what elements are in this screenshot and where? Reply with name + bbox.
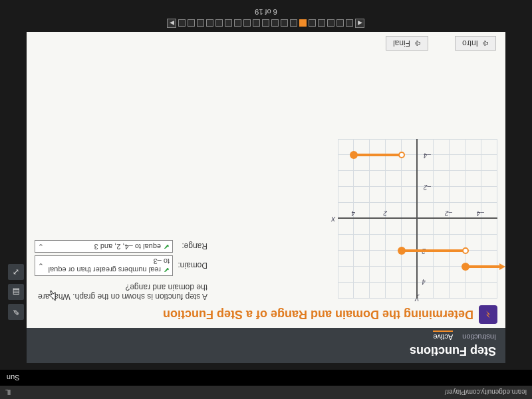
progress-text: 6 of 19 [255,8,277,16]
arrow-left-icon [499,263,505,270]
progress-box[interactable] [263,20,270,27]
final-audio-button[interactable]: Final [386,36,428,51]
intro-audio-button[interactable]: Intro [455,36,496,51]
chevron-down-icon: ⌄ [38,261,44,270]
app-header-right: Sun [7,374,20,382]
lesson-topbar: Step Functions Instruction Active [27,328,505,363]
intro-audio-label: Intro [462,39,478,48]
domain-value: real numbers greater than or equal to –3 [49,257,170,274]
audio-row: Intro Final [27,32,505,55]
domain-label: Domain: [173,261,207,271]
progress-box[interactable] [179,20,186,27]
closed-point-2 [398,247,406,255]
step-segment-3 [354,154,402,156]
progress-box-current[interactable] [300,20,307,27]
browser-right-hint: IL [5,389,11,396]
speaker-icon [413,39,421,47]
question-text: A step function is shown on the graph. W… [35,283,207,301]
step-segment-2 [402,249,466,252]
prev-button[interactable]: ◀ [356,19,365,28]
progress-box[interactable] [281,20,289,27]
progress-box[interactable] [337,20,344,27]
step-function-graph: –4 –2 2 4 4 2 –2 –4 [338,139,497,299]
progress-box[interactable] [253,20,261,27]
progress-box[interactable] [309,20,317,27]
expand-icon[interactable]: ⤢ [8,264,24,280]
progress-nav: ◀ ▶ 6 of [27,7,505,32]
progress-box[interactable] [346,20,354,27]
x-axis-label: x [331,215,335,224]
range-label: Range: [173,242,207,251]
domain-dropdown[interactable]: ✔real numbers greater than or equal to –… [35,255,173,276]
x-tick--4: –4 [477,209,484,217]
sidebar-tools: ✎ ▤ ⤢ [8,264,24,320]
app-header: Sun [0,370,532,386]
progress-box[interactable] [207,20,214,27]
x-tick-2: 2 [383,209,387,217]
speaker-icon [481,39,489,47]
tryit-badge [479,305,497,324]
lesson-title: Step Functions [36,344,496,358]
progress-box[interactable] [225,20,233,27]
check-icon: ✔ [164,243,170,251]
step-segment-1 [466,265,500,268]
progress-box[interactable] [216,20,223,27]
lesson-tabs: Instruction Active [36,331,496,342]
tab-instruction[interactable]: Instruction [462,331,496,342]
progress-box[interactable] [188,20,196,27]
y-tick--4: –4 [424,152,431,159]
progress-box[interactable] [328,20,335,27]
chevron-down-icon: ⌄ [38,242,44,251]
closed-point-3 [350,151,358,159]
progress-box[interactable] [291,20,298,27]
closed-point-1 [462,263,469,271]
check-icon: ✔ [164,266,170,274]
final-audio-label: Final [393,39,410,48]
progress-box[interactable] [244,20,251,27]
x-tick--2: –2 [445,209,452,217]
tab-active[interactable]: Active [433,331,453,342]
open-point-3 [398,152,405,158]
progress-box[interactable] [272,20,279,27]
lesson-heading: Determining the Domain and Range of a St… [163,308,473,322]
next-button[interactable]: ▶ [168,19,177,28]
progress-box[interactable] [198,20,205,27]
pencil-icon[interactable]: ✎ [8,304,24,320]
content-panel: ✎ ▤ ⤢ Determining the Domain and Range o… [27,32,505,328]
x-tick-4: 4 [351,209,355,217]
progress-box[interactable] [319,20,326,27]
browser-address-bar: learn.edgenuity.com/Player/ IL [0,386,532,399]
range-value: equal to –4, 2, and 3 [94,243,161,251]
open-point-2 [462,247,469,254]
progress-box[interactable] [235,20,242,27]
y-tick-4: 4 [422,278,426,285]
url-text: learn.edgenuity.com/Player/ [445,389,527,396]
y-tick--2: –2 [424,184,431,191]
range-dropdown[interactable]: ✔equal to –4, 2, and 3 ⌄ [35,240,173,253]
highlighter-icon[interactable]: ▤ [8,284,24,300]
